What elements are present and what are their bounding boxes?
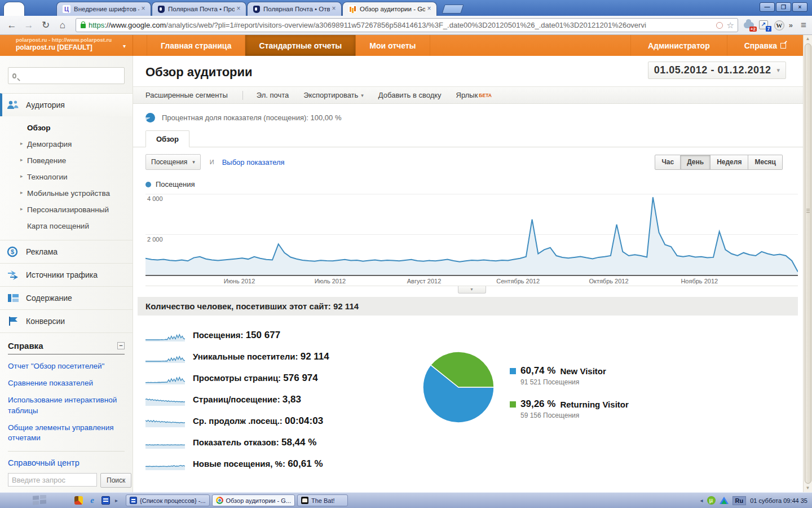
help-search-button[interactable]: Поиск [100,473,131,488]
help-link-compare-metrics[interactable]: Сравнение показателей [8,378,125,388]
browser-tab-active[interactable]: Обзор аудитории - Google × [342,2,437,16]
sidebar-section-audience[interactable]: Аудитория [0,93,133,116]
sidebar-item-overview[interactable]: Обзор [0,120,133,136]
tab-close-icon[interactable]: × [425,5,433,13]
sidebar-item-custom[interactable]: ▸Персонализированный [0,202,133,218]
sidebar-item-mobile[interactable]: ▸Мобильные устройства [0,185,133,202]
add-to-dashboard-button[interactable]: Добавить в сводку [378,91,442,99]
collapse-icon[interactable]: − [117,342,125,349]
vertical-scrollbar[interactable]: ▲ ▼ [803,35,812,492]
tab-strip: Ц Внедрение шрифтов — ЕО × Полярная Почт… [56,1,438,16]
visits-line-chart[interactable]: 4 000 2 000 [145,193,798,276]
sidebar-search-box[interactable] [8,67,125,84]
scroll-down-icon[interactable]: ▼ [806,484,810,492]
internet-explorer-icon[interactable]: e [88,496,96,505]
visitor-type-pie-chart[interactable] [422,351,495,424]
thebat-icon [301,497,308,504]
granularity-week[interactable]: Неделя [710,155,748,170]
granularity-hour[interactable]: Час [655,155,681,170]
close-button[interactable]: × [792,2,807,12]
granularity-day[interactable]: День [681,155,710,170]
nav-standard-reports[interactable]: Стандартные отчеты [245,35,356,56]
restore-button[interactable]: ❐ [776,2,791,12]
browser-menu-icon[interactable]: ≡ [801,20,806,31]
account-url: polarpost.ru - http://www.polarpost.ru [16,37,127,43]
help-link-report-controls[interactable]: Общие элементы управления отчетами [8,423,125,443]
granularity-month[interactable]: Месяц [748,155,783,170]
scrollbar-thumb[interactable] [805,43,811,484]
date-range-selector[interactable]: 01.05.2012 - 01.12.2012 ▾ [648,62,786,79]
email-button[interactable]: Эл. почта [257,91,289,99]
legend-name: Returning Visitor [560,400,628,409]
sidebar-section-advertising[interactable]: $ Реклама [0,240,133,263]
sidebar-item-demographics[interactable]: ▸Демография [0,136,133,152]
nav-my-reports[interactable]: Мои отчеты [356,35,430,56]
browser-profile-stub[interactable] [3,2,25,16]
advanced-segments-button[interactable]: Расширенные сегменты [145,91,228,99]
tab-overview[interactable]: Обзор [145,130,189,147]
help-center-link[interactable]: Справочный центр [8,458,125,467]
taskbar-button-thebat[interactable]: The Bat! [297,494,348,506]
analytics-header: polarpost.ru - http://www.polarpost.ru p… [0,35,803,56]
counter-extension-icon[interactable]: 7 [759,20,770,30]
nav-admin[interactable]: Администратор [630,35,727,56]
browser-tab-3[interactable]: Полярная Почта • Ответит × [247,2,342,16]
weather-extension-icon[interactable]: +2 [744,20,754,30]
scroll-up-icon[interactable]: ▲ [806,35,810,43]
back-icon[interactable]: ← [5,19,19,32]
sidebar-section-traffic-sources[interactable]: Источники трафика [0,263,133,286]
help-link-interactive-table[interactable]: Использование интерактивной таблицы [8,395,125,415]
browser-tab-1[interactable]: Ц Внедрение шрифтов — ЕО × [56,2,151,16]
https-lock-icon [81,24,86,28]
timeline-expander-button[interactable]: ▼ [458,286,486,294]
windows-start-icon[interactable] [32,495,48,506]
metric-value: 3,83 [283,394,301,405]
sidebar-section-label: Реклама [26,247,58,256]
address-bar[interactable]: https ://www.google.com /analytics/web/?… [76,18,738,32]
account-selector[interactable]: polarpost.ru - http://www.polarpost.ru p… [0,35,133,56]
sidebar-section-content[interactable]: Содержание [0,286,133,309]
help-search-input[interactable] [8,473,97,487]
taskbar-button-chrome[interactable]: Обзор аудитории - G... [212,494,295,506]
home-icon[interactable]: ⌂ [55,19,70,32]
sidebar-item-behavior[interactable]: ▸Поведение [0,152,133,169]
tab-close-icon[interactable]: × [139,5,147,13]
nav-home[interactable]: Главная страница [147,35,245,56]
sidebar-search-input[interactable] [21,72,120,80]
tray-expand-icon[interactable]: ◂ [700,497,703,503]
extensions-overflow-icon[interactable]: » [789,21,793,29]
google-drive-tray-icon[interactable] [720,497,729,504]
url-path: /analytics/web/?pli=1#report/visitors-ov… [166,21,713,29]
reload-icon[interactable]: ↻ [38,19,53,32]
sidebar-item-visitors-flow[interactable]: Карта посещений [0,218,133,234]
nav-help[interactable]: Справка [727,35,803,56]
taskbar-clock[interactable]: 01 суббота 09:44 35 [750,497,807,504]
forward-icon[interactable]: → [21,19,36,32]
export-button[interactable]: Экспортировать ▾ [303,91,364,99]
metric-dropdown[interactable]: Посещения ▾ [145,154,201,170]
winamp-icon[interactable] [74,496,83,505]
new-tab-button[interactable] [442,5,464,14]
account-dropdown-icon[interactable]: ▾ [123,43,126,49]
shortcut-button[interactable]: Ярлык БЕТА [456,91,492,99]
help-link-visitors-report[interactable]: Отчет "Обзор посетителей" [8,361,125,371]
utorrent-tray-icon[interactable]: µ [707,496,716,505]
taskbar-button-process-list[interactable]: {Список процессов} -... [126,494,209,506]
select-metric-link[interactable]: Выбор показателя [222,158,285,167]
extensions-area: +2 7 W » ≡ [744,20,807,31]
process-list-icon[interactable] [102,496,110,505]
bookmark-star-icon[interactable]: ☆ [726,20,734,30]
browser-tab-2[interactable]: Полярная Почта • Просмот × [152,2,246,16]
language-indicator[interactable]: Ru [732,496,747,505]
wikipedia-extension-icon[interactable]: W [774,20,784,30]
sidebar-section-conversions[interactable]: Конверсии [0,309,133,332]
tab-title: Внедрение шрифтов — ЕО [74,6,139,12]
tab-close-icon[interactable]: × [330,5,338,13]
tab-close-icon[interactable]: × [235,5,242,13]
quick-launch-expand-icon[interactable]: ▸ [115,497,118,503]
minimize-button[interactable]: — [760,2,775,12]
metric-label: Показатель отказов: 58,44 % [193,437,316,448]
sidebar-item-technology[interactable]: ▸Технологии [0,169,133,185]
sidebar-section-label: Содержание [26,294,72,303]
page-action-icon[interactable] [716,22,723,29]
